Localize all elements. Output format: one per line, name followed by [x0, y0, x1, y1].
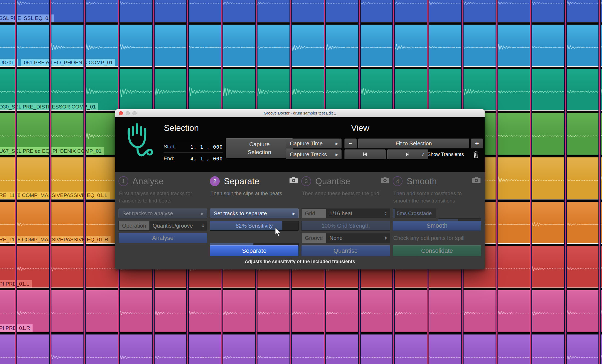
clip-name-label[interactable]: RE_1178 COMP_MASSIVEPASSIVE EQ_01.R	[0, 236, 111, 243]
crossfade-slider[interactable]: 5ms Crossfade	[393, 209, 436, 218]
skip-to-start-icon	[362, 152, 368, 157]
set-tracks-to-analyse-button[interactable]: Set tracks to analyse ▶	[118, 209, 207, 218]
clip-name-label[interactable]: D30_SSL PRE_DISTRESSOR COMP_01	[0, 103, 98, 110]
audio-track-row: D30_SSL PRE_DISTRESSOR COMP_01	[0, 69, 602, 113]
step-3-subtitle: Then snap these beats to the grid	[302, 190, 387, 197]
trash-icon[interactable]	[473, 150, 480, 159]
grid-strength-value: 100% Grid Strength	[302, 221, 390, 230]
mouse-cursor	[274, 227, 282, 237]
audio-clip[interactable]: SSL PRE_SSL EQ_01	[0, 0, 602, 22]
show-transients-checkbox[interactable]: ✓ Show Transients	[421, 149, 464, 159]
window-body: Selection Start: 1, 1 , 000 End: 4, 1 , …	[115, 117, 485, 269]
audio-track-row: PI PRE_01.R	[0, 290, 602, 334]
snapshot-camera-icon[interactable]	[472, 177, 481, 183]
capture-tracks-button[interactable]: Capture Tracks ▶	[286, 149, 341, 159]
zoom-in-button[interactable]: +	[471, 139, 483, 148]
set-tracks-to-separate-button[interactable]: Set tracks to separate ▶	[210, 209, 299, 218]
step-2-subtitle: Then split the clips at the beats	[210, 190, 295, 197]
stethoscope-icon	[122, 122, 155, 165]
clip-name-label[interactable]: U67_SSL PRE ed EQ_PHOENIX COMP_01	[0, 147, 104, 155]
step-separate-column: 2 Separate Then split the clips at the b…	[210, 172, 299, 259]
operation-label: Operation	[119, 221, 149, 230]
groove-doctor-window: Groove Doctor - drum sampler test Edit 1…	[115, 109, 485, 269]
operation-combo: Operation Quantise/groove ▲▼	[118, 221, 207, 231]
step-quantise-column: 3 Quantise Then snap these beats to the …	[301, 172, 390, 259]
smooth-button[interactable]: Smooth	[393, 221, 481, 231]
step-4-subtitle: Then add some crossfades to smooth the n…	[393, 190, 478, 204]
capture-selection-button[interactable]: CaptureSelection	[226, 138, 293, 158]
clip-name-label[interactable]: U87ai_	[0, 59, 18, 66]
step-2-badge: 2	[210, 176, 220, 186]
track-divider	[0, 22, 602, 25]
status-hint-text: Adjusts the sensitivity of the included …	[115, 259, 485, 265]
audio-track-row	[0, 334, 602, 364]
dropdown-arrows-icon: ▲▼	[384, 236, 387, 240]
audio-track-row: SSL PRE_SSL EQ_01	[0, 0, 602, 25]
start-value[interactable]: 1, 1 , 000	[190, 144, 223, 150]
analyse-button[interactable]: Analyse	[118, 233, 207, 243]
step-smooth-column: 4 Smooth Then add some crossfades to smo…	[393, 172, 481, 259]
step-1-title: Analyse	[132, 176, 164, 186]
track-divider	[0, 66, 602, 69]
end-label: End:	[164, 155, 174, 162]
waveform	[0, 290, 602, 332]
view-heading: View	[351, 123, 369, 133]
clip-name-label[interactable]: SSL PRE_SSL EQ_01	[0, 14, 54, 22]
clip-name-label[interactable]: RE_1178 COMP_MASSIVEPASSIVE EQ_01.L	[0, 192, 110, 199]
snapshot-camera-icon[interactable]	[381, 177, 389, 183]
separate-button[interactable]: Separate	[210, 245, 299, 256]
submenu-arrow-icon: ▶	[335, 152, 338, 157]
capture-time-button[interactable]: Capture Time ▶	[286, 139, 341, 148]
step-2-title: Separate	[224, 176, 259, 186]
daw-arrangement-background: SSL PRE_SSL EQ_01U87ai_081 PRE ed EQ_PHO…	[0, 0, 602, 364]
audio-clip[interactable]: PI PRE_01.R	[0, 290, 602, 332]
sensitivity-slider[interactable]: 82% Sensitivity	[210, 221, 299, 231]
track-divider	[0, 287, 602, 290]
grid-combo: Grid 1/16 beat ▲▼	[301, 209, 390, 218]
go-to-start-button[interactable]	[345, 149, 386, 159]
clip-name-label[interactable]: PI PRE_01.R	[0, 324, 33, 332]
audio-track-row: U87ai_081 PRE ed EQ_PHOENIX COMP_01	[0, 25, 602, 69]
groove-label: Groove	[302, 233, 326, 243]
selection-start-row: Start: 1, 1 , 000	[164, 141, 223, 152]
groove-combo: Groove None ▲▼	[301, 233, 390, 243]
steps-section: 1 Analyse First analyse selected tracks …	[115, 172, 485, 269]
quantise-button[interactable]: Quantise	[301, 245, 390, 256]
operation-dropdown[interactable]: Quantise/groove ▲▼	[149, 221, 207, 230]
waveform	[0, 334, 602, 364]
grid-label: Grid	[302, 209, 326, 218]
show-transients-label: Show Transients	[427, 152, 464, 157]
end-value[interactable]: 4, 1 , 000	[190, 156, 223, 162]
dropdown-arrows-icon: ▲▼	[384, 211, 387, 216]
selection-end-row: End: 4, 1 , 000	[164, 152, 223, 164]
dropdown-arrows-icon: ▲▼	[202, 224, 204, 228]
waveform	[0, 0, 602, 22]
skip-to-end-icon	[405, 152, 410, 157]
grid-dropdown[interactable]: 1/16 beat ▲▼	[326, 209, 390, 218]
step-1-badge: 1	[118, 176, 128, 186]
window-titlebar[interactable]: Groove Doctor - drum sampler test Edit 1	[115, 109, 485, 117]
snapshot-camera-icon[interactable]	[289, 177, 298, 183]
window-title: Groove Doctor - drum sampler test Edit 1	[115, 109, 485, 117]
clip-name-label[interactable]: 081 PRE ed EQ_PHOENIX COMP_01	[21, 59, 115, 66]
submenu-arrow-icon: ▶	[335, 142, 338, 146]
step-1-subtitle: First analyse selected tracks for transi…	[119, 190, 204, 204]
groove-dropdown[interactable]: None ▲▼	[326, 233, 390, 243]
grid-strength-slider[interactable]: 100% Grid Strength	[301, 221, 390, 231]
audio-clip[interactable]: U87ai_081 PRE ed EQ_PHOENIX COMP_01	[0, 25, 602, 66]
crossfade-value: 5ms Crossfade	[393, 209, 436, 218]
zoom-out-button[interactable]: −	[345, 139, 357, 148]
spill-note: Check any edit points for spill	[393, 233, 481, 243]
track-divider	[0, 332, 602, 334]
step-4-title: Smooth	[407, 176, 437, 186]
clip-name-label[interactable]: PI PRE_01.L	[0, 280, 32, 287]
sensitivity-value: 82% Sensitivity	[210, 221, 298, 230]
audio-clip[interactable]	[0, 334, 602, 364]
audio-clip[interactable]: D30_SSL PRE_DISTRESSOR COMP_01	[0, 69, 602, 110]
step-analyse-column: 1 Analyse First analyse selected tracks …	[118, 172, 207, 259]
fit-to-selection-button[interactable]: Fit to Selection	[358, 139, 469, 148]
consolidate-button[interactable]: Consolidate	[393, 245, 481, 256]
step-3-badge: 3	[301, 176, 311, 186]
submenu-arrow-icon: ▶	[201, 212, 204, 216]
step-4-badge: 4	[393, 176, 403, 186]
